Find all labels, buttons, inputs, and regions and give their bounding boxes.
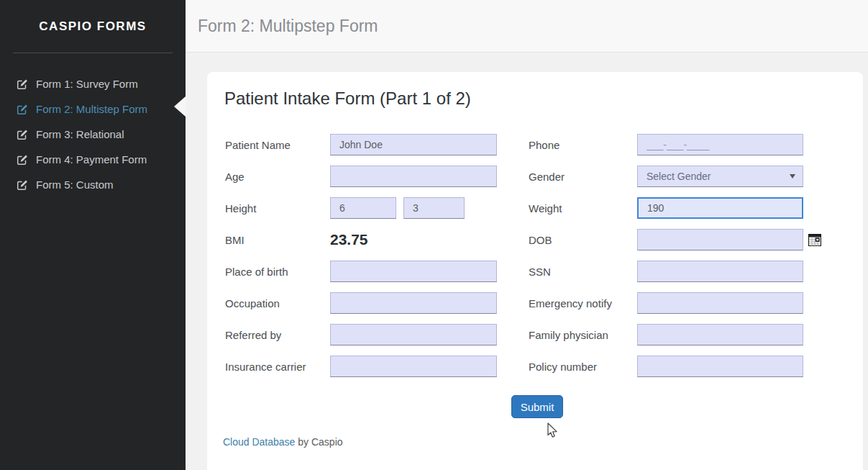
form-row: Referred by Family physician xyxy=(225,324,845,345)
sidebar: CASPIO FORMS Form 1: Survey Form Form 2:… xyxy=(0,0,186,470)
calendar-icon[interactable] xyxy=(808,234,821,246)
form-row: Insurance carrier Policy number xyxy=(225,356,845,377)
form-title: Patient Intake Form (Part 1 of 2) xyxy=(224,89,471,109)
weight-label: Weight xyxy=(529,202,637,214)
sidebar-item-form2[interactable]: Form 2: Multistep Form xyxy=(0,96,186,122)
emergency-notify-label: Emergency notify xyxy=(529,297,637,309)
sidebar-item-form3[interactable]: Form 3: Relational xyxy=(0,122,186,147)
insurance-carrier-input[interactable] xyxy=(330,356,497,377)
policy-number-label: Policy number xyxy=(529,361,637,373)
ssn-label: SSN xyxy=(529,266,637,278)
page-title: Form 2: Multipstep Form xyxy=(198,17,378,36)
family-physician-input[interactable] xyxy=(637,324,803,345)
insurance-carrier-label: Insurance carrier xyxy=(225,361,330,373)
weight-input[interactable] xyxy=(637,197,803,219)
sidebar-item-form5[interactable]: Form 5: Custom xyxy=(0,172,186,197)
edit-icon xyxy=(17,179,28,191)
form-row: BMI 23.75 DOB xyxy=(225,229,845,250)
place-of-birth-input[interactable] xyxy=(330,261,497,282)
patient-name-input[interactable] xyxy=(330,134,497,155)
sidebar-item-label: Form 4: Payment Form xyxy=(36,153,147,166)
dob-label: DOB xyxy=(529,234,637,246)
bmi-label: BMI xyxy=(225,234,330,246)
sidebar-item-label: Form 1: Survey Form xyxy=(36,78,138,90)
chevron-down-icon xyxy=(790,174,795,178)
sidebar-item-form4[interactable]: Form 4: Payment Form xyxy=(0,147,186,172)
gender-select[interactable]: Select Gender xyxy=(637,166,803,187)
active-item-arrow xyxy=(174,96,186,117)
family-physician-label: Family physician xyxy=(529,329,637,341)
edit-icon xyxy=(17,129,28,140)
phone-label: Phone xyxy=(529,139,637,151)
card-footer: Cloud Database by Caspio xyxy=(223,436,343,448)
gender-selected-value: Select Gender xyxy=(647,171,711,182)
sidebar-nav: Form 1: Survey Form Form 2: Multistep Fo… xyxy=(0,71,186,197)
occupation-label: Occupation xyxy=(225,297,330,309)
edit-icon xyxy=(17,154,28,166)
emergency-notify-input[interactable] xyxy=(637,292,803,314)
form-card: Patient Intake Form (Part 1 of 2) Patien… xyxy=(207,72,863,470)
submit-button[interactable]: Submit xyxy=(511,395,563,418)
main-area: Form 2: Multipstep Form Patient Intake F… xyxy=(186,0,868,470)
height-feet-input[interactable] xyxy=(330,197,396,219)
sidebar-item-label: Form 3: Relational xyxy=(36,128,124,140)
form-row: Occupation Emergency notify xyxy=(225,292,845,314)
sidebar-item-label: Form 2: Multistep Form xyxy=(36,103,147,115)
age-input[interactable] xyxy=(330,166,497,187)
sidebar-item-label: Form 5: Custom xyxy=(36,178,114,191)
cloud-database-link[interactable]: Cloud Database xyxy=(223,436,295,448)
gender-label: Gender xyxy=(529,171,637,183)
by-caspio-text: by Caspio xyxy=(295,436,342,448)
sidebar-item-form1[interactable]: Form 1: Survey Form xyxy=(0,71,186,96)
edit-icon xyxy=(17,78,28,90)
form-row: Age Gender Select Gender xyxy=(225,166,845,187)
brand-title: CASPIO FORMS xyxy=(0,0,186,34)
height-inches-input[interactable] xyxy=(403,197,465,219)
place-of-birth-label: Place of birth xyxy=(225,266,330,278)
edit-icon xyxy=(17,104,28,115)
form-row: Height Weight xyxy=(225,197,845,219)
ssn-input[interactable] xyxy=(637,261,803,282)
topbar: Form 2: Multipstep Form xyxy=(186,0,868,53)
policy-number-input[interactable] xyxy=(637,356,803,377)
sidebar-divider xyxy=(13,53,173,53)
age-label: Age xyxy=(225,171,330,183)
bmi-value: 23.75 xyxy=(330,231,368,248)
form-row: Patient Name Phone xyxy=(225,134,845,155)
height-label: Height xyxy=(225,202,330,214)
patient-name-label: Patient Name xyxy=(225,139,330,151)
referred-by-input[interactable] xyxy=(330,324,497,345)
occupation-input[interactable] xyxy=(330,292,497,314)
dob-input[interactable] xyxy=(637,229,803,250)
phone-input[interactable] xyxy=(637,134,803,155)
referred-by-label: Referred by xyxy=(225,329,330,341)
form-row: Place of birth SSN xyxy=(225,261,845,282)
